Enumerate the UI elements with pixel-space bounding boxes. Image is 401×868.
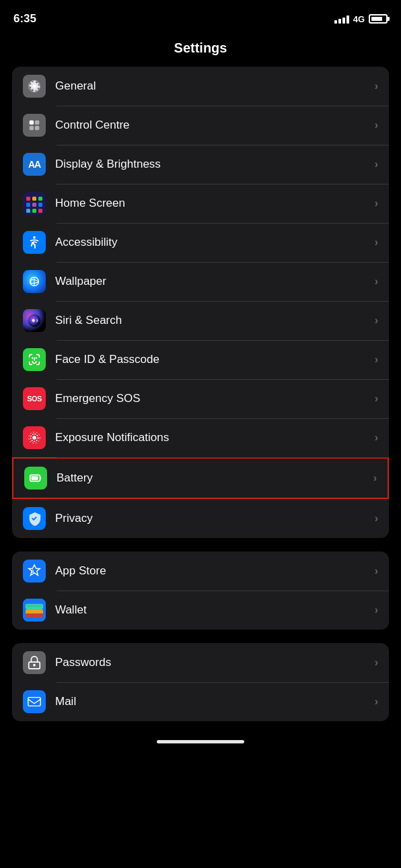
control-centre-chevron: › bbox=[375, 119, 378, 131]
settings-item-appstore[interactable]: A App Store › bbox=[12, 552, 389, 591]
home-screen-chevron: › bbox=[375, 197, 378, 209]
display-label: Display & Brightness bbox=[55, 158, 369, 171]
sos-icon: SOS bbox=[23, 387, 46, 410]
appstore-label: App Store bbox=[55, 564, 369, 578]
settings-item-home-screen[interactable]: Home Screen › bbox=[12, 184, 389, 223]
display-icon: AA bbox=[23, 153, 46, 176]
privacy-icon bbox=[23, 507, 46, 530]
privacy-chevron: › bbox=[375, 512, 378, 525]
signal-bar-1 bbox=[334, 20, 337, 24]
settings-item-faceid[interactable]: Face ID & Passcode › bbox=[12, 340, 389, 379]
svg-rect-6 bbox=[32, 197, 36, 201]
network-label: 4G bbox=[353, 14, 365, 24]
general-chevron: › bbox=[375, 80, 378, 92]
passwords-icon bbox=[23, 651, 46, 674]
faceid-label: Face ID & Passcode bbox=[55, 353, 369, 366]
control-centre-icon bbox=[23, 114, 46, 137]
control-centre-label: Control Centre bbox=[55, 119, 369, 132]
svg-rect-12 bbox=[32, 209, 36, 213]
mail-chevron: › bbox=[375, 696, 378, 708]
battery-highlight-wrapper: Battery › bbox=[12, 457, 389, 499]
bottom-indicator bbox=[0, 735, 401, 746]
wallet-chevron: › bbox=[375, 604, 378, 616]
wallet-icon bbox=[23, 599, 46, 622]
siri-icon bbox=[23, 309, 46, 332]
settings-item-battery[interactable]: Battery › bbox=[13, 459, 388, 498]
svg-rect-5 bbox=[26, 197, 30, 201]
svg-rect-29 bbox=[26, 604, 43, 609]
settings-item-general[interactable]: General › bbox=[12, 67, 389, 106]
faceid-icon bbox=[23, 348, 46, 371]
svg-rect-9 bbox=[32, 203, 36, 207]
exposure-label: Exposure Notifications bbox=[55, 431, 369, 444]
signal-bar-3 bbox=[342, 18, 345, 24]
svg-rect-13 bbox=[38, 209, 42, 213]
svg-rect-2 bbox=[30, 126, 34, 130]
signal-bar-4 bbox=[347, 15, 349, 24]
wallpaper-chevron: › bbox=[375, 275, 378, 288]
svg-rect-11 bbox=[26, 209, 30, 213]
passwords-label: Passwords bbox=[55, 656, 369, 669]
sos-label: Emergency SOS bbox=[55, 392, 369, 405]
appstore-icon: A bbox=[23, 560, 46, 582]
siri-chevron: › bbox=[375, 314, 378, 327]
settings-item-wallet[interactable]: Wallet › bbox=[12, 591, 389, 630]
settings-item-wallpaper[interactable]: Wallpaper › bbox=[12, 262, 389, 301]
battery-chevron: › bbox=[373, 472, 377, 484]
home-screen-label: Home Screen bbox=[55, 197, 369, 210]
passwords-chevron: › bbox=[375, 657, 378, 669]
settings-item-exposure[interactable]: Exposure Notifications › bbox=[12, 418, 389, 457]
settings-item-display[interactable]: AA Display & Brightness › bbox=[12, 145, 389, 184]
settings-group-2: A App Store › Wallet › bbox=[12, 552, 389, 630]
mail-label: Mail bbox=[55, 695, 369, 708]
battery-fill bbox=[371, 17, 382, 21]
wallpaper-label: Wallpaper bbox=[55, 275, 369, 288]
privacy-label: Privacy bbox=[55, 512, 369, 525]
siri-label: Siri & Search bbox=[55, 314, 369, 327]
status-time: 6:35 bbox=[13, 12, 36, 26]
svg-rect-31 bbox=[26, 613, 43, 617]
svg-rect-8 bbox=[26, 203, 30, 207]
settings-item-passwords[interactable]: Passwords › bbox=[12, 643, 389, 682]
display-chevron: › bbox=[375, 158, 378, 170]
battery-status-icon bbox=[369, 14, 388, 24]
appstore-chevron: › bbox=[375, 565, 378, 577]
settings-item-emergency-sos[interactable]: SOS Emergency SOS › bbox=[12, 379, 389, 418]
svg-rect-7 bbox=[38, 197, 42, 201]
svg-point-14 bbox=[33, 236, 36, 239]
sos-chevron: › bbox=[375, 393, 378, 405]
exposure-chevron: › bbox=[375, 432, 378, 444]
svg-rect-3 bbox=[35, 126, 39, 130]
settings-group-3: Passwords › Mail › bbox=[12, 643, 389, 721]
settings-item-mail[interactable]: Mail › bbox=[12, 682, 389, 721]
battery-icon bbox=[24, 467, 47, 490]
svg-rect-1 bbox=[35, 121, 39, 125]
svg-text:A: A bbox=[31, 569, 35, 575]
svg-rect-26 bbox=[32, 476, 38, 480]
signal-bars-icon bbox=[334, 14, 349, 24]
settings-group-1: General › Control Centre › AA Display & … bbox=[12, 67, 389, 538]
svg-rect-0 bbox=[30, 121, 34, 125]
svg-point-21 bbox=[32, 436, 36, 440]
battery-shape bbox=[369, 14, 388, 24]
accessibility-label: Accessibility bbox=[55, 236, 369, 249]
wallet-label: Wallet bbox=[55, 603, 369, 617]
wallpaper-icon bbox=[23, 270, 46, 293]
page-title: Settings bbox=[0, 34, 401, 67]
battery-label: Battery bbox=[57, 471, 368, 485]
settings-item-privacy[interactable]: Privacy › bbox=[12, 499, 389, 538]
svg-rect-10 bbox=[38, 203, 42, 207]
settings-item-siri[interactable]: Siri & Search › bbox=[12, 301, 389, 340]
status-bar: 6:35 4G bbox=[0, 0, 401, 34]
faceid-chevron: › bbox=[375, 354, 378, 366]
accessibility-chevron: › bbox=[375, 236, 378, 248]
svg-rect-25 bbox=[40, 477, 41, 479]
settings-item-accessibility[interactable]: Accessibility › bbox=[12, 223, 389, 262]
general-label: General bbox=[55, 79, 369, 93]
accessibility-icon bbox=[23, 231, 46, 254]
svg-rect-35 bbox=[28, 698, 40, 706]
settings-item-control-centre[interactable]: Control Centre › bbox=[12, 106, 389, 145]
home-screen-icon bbox=[23, 192, 46, 215]
status-icons: 4G bbox=[334, 14, 388, 24]
home-indicator-bar bbox=[157, 740, 244, 743]
